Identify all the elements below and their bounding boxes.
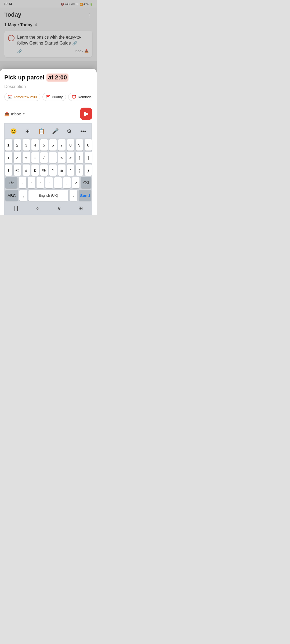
key-7[interactable]: 7 [58, 139, 66, 151]
key-equals[interactable]: = [31, 152, 39, 163]
keyboard-row-numbers: 1 2 3 4 5 6 7 8 9 0 [5, 139, 91, 151]
inbox-selector-label: Inbox [11, 112, 21, 116]
date-pill[interactable]: 📅 Tomorrow 2:00 [4, 93, 40, 101]
key-pound[interactable]: £ [31, 164, 39, 176]
key-hash[interactable]: # [23, 164, 30, 176]
key-times[interactable]: × [14, 152, 21, 163]
settings-button[interactable]: ⚙ [63, 126, 75, 136]
key-lbracket[interactable]: [ [76, 152, 83, 163]
key-amp[interactable]: & [58, 164, 66, 176]
nav-keyboard-icon[interactable]: ⊞ [75, 204, 86, 212]
key-dot[interactable]: . [70, 190, 77, 201]
keyboard-row-symbols2: ! @ # £ % ^ & * ( ) [5, 164, 91, 176]
key-apos[interactable]: ' [28, 177, 35, 188]
task-title-text: Pick up parcel [4, 74, 44, 81]
more-button[interactable]: ••• [77, 126, 89, 136]
key-percent[interactable]: % [40, 164, 48, 176]
key-underscore[interactable]: _ [49, 152, 57, 163]
priority-pill-label: Priority [52, 95, 63, 99]
nav-bar: ||| ○ ∨ ⊞ [5, 202, 91, 215]
key-colon[interactable]: : [45, 177, 53, 188]
key-rparen[interactable]: ) [85, 164, 92, 176]
key-quote[interactable]: " [37, 177, 44, 188]
send-button[interactable]: ▶ [80, 108, 92, 120]
nav-recents-icon[interactable]: ∨ [54, 204, 64, 212]
key-lt[interactable]: < [58, 152, 66, 163]
bottom-row: 📥 Inbox ▼ ▶ [4, 105, 92, 123]
key-send[interactable]: Send [79, 190, 91, 201]
key-0[interactable]: 0 [85, 139, 92, 151]
key-comma2[interactable]: , [63, 177, 71, 188]
key-3[interactable]: 3 [23, 139, 30, 151]
key-slash[interactable]: / [40, 152, 48, 163]
task-title-row: Pick up parcel at 2:00 [4, 74, 92, 82]
key-abc[interactable]: ABC [5, 190, 18, 201]
key-minus[interactable]: - [19, 177, 26, 188]
action-pills: 📅 Tomorrow 2:00 🚩 Priority ⏰ Reminder [4, 93, 92, 101]
reminder-pill[interactable]: ⏰ Reminder [68, 93, 92, 101]
key-at[interactable]: @ [14, 164, 21, 176]
keyboard-row-symbols1: + × ÷ = / _ < > [ ] [5, 152, 91, 163]
flag-icon: 🚩 [46, 95, 50, 99]
keyboard-row-misc: 1/2 - ' " : ; , ? ⌫ [5, 177, 91, 188]
send-icon: ▶ [84, 110, 89, 117]
key-gt[interactable]: > [67, 152, 74, 163]
key-4[interactable]: 4 [31, 139, 39, 151]
key-9[interactable]: 9 [76, 139, 83, 151]
date-pill-label: Tomorrow 2:00 [14, 95, 37, 99]
key-6[interactable]: 6 [49, 139, 57, 151]
key-half[interactable]: 1/2 [5, 177, 17, 188]
key-semicolon[interactable]: ; [54, 177, 62, 188]
nav-home-icon[interactable]: ○ [32, 204, 43, 212]
keyboard: 😊 ⊞ 📋 🎤 ⚙ ••• 1 2 3 4 5 6 7 8 9 0 + × ÷ … [4, 123, 92, 215]
key-star[interactable]: * [67, 164, 74, 176]
inbox-tray-icon: 📥 [4, 111, 10, 116]
key-8[interactable]: 8 [67, 139, 74, 151]
key-divide[interactable]: ÷ [23, 152, 30, 163]
key-space[interactable]: English (UK) [28, 190, 68, 201]
key-plus[interactable]: + [5, 152, 12, 163]
clipboard-button[interactable]: 📋 [35, 126, 47, 136]
bottom-sheet: Pick up parcel at 2:00 Description 📅 Tom… [0, 69, 97, 215]
nav-back-icon[interactable]: ||| [11, 204, 21, 212]
mic-button[interactable]: 🎤 [49, 126, 61, 136]
keyboard-row-bottom: ABC , English (UK) . Send [5, 190, 91, 201]
task-title-highlight: at 2:00 [46, 74, 68, 82]
keyboard-toolbar: 😊 ⊞ 📋 🎤 ⚙ ••• [5, 124, 91, 138]
inbox-selector[interactable]: 📥 Inbox ▼ [4, 111, 26, 116]
key-exclaim[interactable]: ! [5, 164, 12, 176]
key-lparen[interactable]: ( [76, 164, 83, 176]
reminder-pill-label: Reminder [78, 95, 92, 99]
task-description[interactable]: Description [4, 84, 92, 89]
key-5[interactable]: 5 [40, 139, 48, 151]
key-2[interactable]: 2 [14, 139, 21, 151]
chevron-down-icon: ▼ [22, 112, 26, 116]
backspace-key[interactable]: ⌫ [81, 177, 91, 188]
key-question[interactable]: ? [72, 177, 79, 188]
calendar-icon: 📅 [8, 95, 12, 99]
key-rbracket[interactable]: ] [85, 152, 92, 163]
emoji-button[interactable]: 😊 [8, 126, 19, 136]
key-1[interactable]: 1 [5, 139, 12, 151]
key-caret[interactable]: ^ [49, 164, 57, 176]
grid-button[interactable]: ⊞ [21, 126, 33, 136]
alarm-icon: ⏰ [72, 95, 76, 99]
key-comma[interactable]: , [19, 190, 27, 201]
priority-pill[interactable]: 🚩 Priority [42, 93, 66, 101]
